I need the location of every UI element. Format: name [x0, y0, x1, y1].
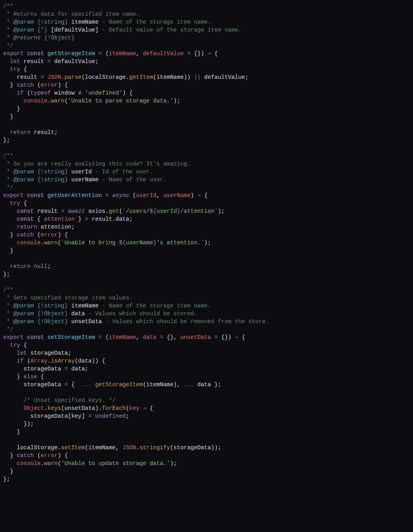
code-line: * So you are really analyzing this code?…	[3, 161, 191, 167]
code-line: } catch (error) {	[3, 452, 68, 459]
code-line: const result = await axios.get(`/users/$…	[3, 208, 224, 214]
code-line: }	[3, 247, 13, 254]
code-line: result = JSON.parse(localStorage.getItem…	[3, 74, 249, 80]
code-line: console.warn('Unable to parse storage da…	[3, 98, 180, 104]
code-line: export const getStorageItem = (itemName,…	[3, 50, 218, 57]
code-line: let result = defaultValue;	[3, 58, 99, 65]
code-line: * @param {!string} userId - Id of the us…	[3, 169, 153, 175]
code-line: export const setStorageItem = (itemName,…	[3, 334, 245, 340]
code-editor: /** * Returns data for specified item na…	[0, 0, 413, 485]
code-line: /**	[3, 287, 13, 293]
code-line: }	[3, 106, 20, 112]
code-line: let storageData;	[3, 350, 71, 356]
code-line: try {	[3, 200, 27, 206]
code-line: Object.keys(unsetData).forEach(key ⇒ {	[3, 405, 153, 411]
code-line: localStorage.setItem(itemName, JSON.stri…	[3, 445, 221, 451]
code-line: };	[3, 271, 10, 277]
code-line: * @param {*} [defaultValue] - Default va…	[3, 27, 242, 33]
code-line: /**	[3, 3, 13, 9]
code-line: /* Unset specified keys. */	[3, 397, 116, 404]
code-line: try {	[3, 66, 27, 73]
code-line: return null;	[3, 263, 51, 270]
code-line: };	[3, 137, 10, 143]
code-line: * Returns data for specified item name.	[3, 11, 139, 17]
code-line: });	[3, 421, 34, 427]
code-line: * @param {!string} itemName - Name of th…	[3, 303, 211, 309]
code-line: if (typeof window ≢ 'undefined') {	[3, 90, 133, 96]
code-line: * @param {!Object} data - Values which s…	[3, 311, 197, 317]
code-line: try {	[3, 342, 27, 348]
code-line: }	[3, 113, 13, 120]
code-line: } catch (error) {	[3, 82, 68, 88]
code-line: } else {	[3, 374, 44, 380]
code-line: } catch (error) {	[3, 232, 68, 238]
code-line: }	[3, 468, 13, 474]
code-line: return attention;	[3, 224, 75, 230]
code-line: * @param {!string} userName - Name of th…	[3, 177, 167, 183]
code-line: storageData[key] = undefined;	[3, 413, 129, 419]
code-line: console.warn('Unable to update storage d…	[3, 460, 177, 467]
code-line: storageData = { ... getStorageItem(itemN…	[3, 381, 221, 388]
code-line: storageData = data;	[3, 366, 88, 372]
code-line: */	[3, 43, 13, 49]
code-line: * @param {!string} itemName - Name of th…	[3, 19, 211, 25]
code-line: export const getUserAttention = async (u…	[3, 192, 207, 199]
code-line: * @param {!Object} unsetData - Values wh…	[3, 318, 269, 325]
code-line: */	[3, 326, 13, 333]
code-line: if (Array.isArray(data)) {	[3, 358, 105, 364]
code-line: const { attention } = result.data;	[3, 216, 133, 222]
code-line: }	[3, 429, 20, 435]
code-line: * @returns {!Object}	[3, 35, 75, 41]
code-line: return result;	[3, 129, 58, 136]
code-line: console.warn(`Unable to bring ${userName…	[3, 240, 211, 246]
code-line: /**	[3, 153, 13, 159]
code-line: };	[3, 476, 10, 482]
code-line: */	[3, 184, 13, 191]
code-line: * Sets specified storage item values.	[3, 295, 133, 301]
